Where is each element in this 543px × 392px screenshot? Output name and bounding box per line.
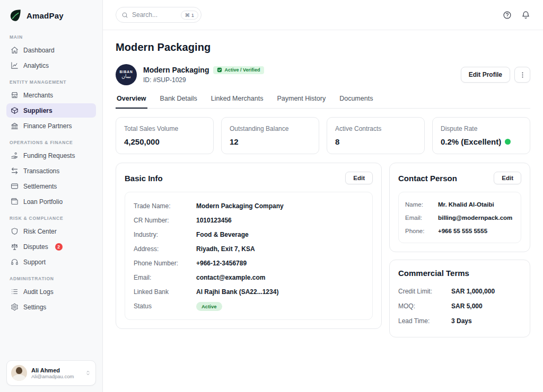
sidebar-item-risk-center[interactable]: Risk Center — [6, 224, 96, 238]
list-icon — [11, 288, 19, 296]
tab-documents[interactable]: Documents — [338, 91, 374, 109]
detail-grid: Basic Info Edit Trade Name: Modern Packa… — [116, 163, 530, 337]
tab-linked-merchants[interactable]: Linked Merchants — [210, 91, 265, 109]
sidebar-item-analytics[interactable]: Analytics — [6, 58, 96, 73]
sidebar-item-finance-partners[interactable]: Finance Partners — [6, 119, 96, 133]
headset-icon — [11, 258, 19, 266]
bank-icon — [11, 122, 19, 130]
entity-name: Modern Packaging — [143, 66, 209, 74]
user-avatar — [11, 365, 27, 381]
sidebar-item-audit-logs[interactable]: Audit Logs — [6, 284, 96, 299]
terms-row: Credit Limit: SAR 1,000,000 — [398, 284, 521, 299]
nav-section-label: OPERATIONS & FINANCE — [10, 140, 93, 145]
sidebar-item-disputes[interactable]: Disputes 2 — [6, 239, 96, 254]
user-meta: Ali Ahmed Ali@amadpau.com — [31, 367, 81, 379]
basic-info-edit-button[interactable]: Edit — [345, 172, 373, 184]
entity-actions: Edit Profile — [461, 67, 530, 83]
sidebar-item-dashboard[interactable]: Dashboard — [6, 43, 96, 57]
sidebar-item-funding-requests[interactable]: Funding Requests — [6, 148, 96, 163]
basic-info-row: Status Active — [134, 299, 364, 313]
app-root: AmadPay MAIN Dashboard Analytics ENTITY … — [0, 0, 543, 392]
help-icon — [503, 11, 512, 20]
main-area: Search... ⌘ 1 Modern Packaging BIBAN بيب… — [103, 0, 543, 392]
tab-overview[interactable]: Overview — [116, 91, 147, 109]
entity-header: BIBAN بيبان Modern Packaging Active / Ve… — [116, 64, 530, 85]
terms-row: Lead Time: 3 Days — [398, 314, 521, 328]
nav-section-label: ADMINISTRATION — [10, 276, 93, 281]
content: Modern Packaging BIBAN بيبان Modern Pack… — [103, 30, 543, 392]
terms-row: MOQ: SAR 5,000 — [398, 299, 521, 314]
tab-bank-details[interactable]: Bank Details — [159, 91, 198, 109]
contact-row: Name: Mr. Khalid Al-Otaibi — [405, 198, 514, 211]
commercial-terms-title: Commercial Terms — [398, 269, 521, 278]
info-value: 3 Days — [451, 317, 472, 325]
stat-card-active-contracts: Active Contracts 8 — [327, 117, 425, 154]
wallet-icon — [11, 198, 19, 206]
sidebar-item-label: Merchants — [23, 92, 53, 99]
stat-label: Total Sales Volume — [124, 125, 205, 132]
info-label: CR Number: — [134, 217, 196, 224]
user-card[interactable]: Ali Ahmed Ali@amadpau.com — [6, 360, 96, 386]
page-title: Modern Packaging — [116, 41, 530, 54]
tab-payment-history[interactable]: Payment History — [276, 91, 327, 109]
sidebar-item-settings[interactable]: Settings — [6, 300, 96, 314]
entity-id: ID: #SUP-1029 — [143, 76, 264, 84]
nav-section-administration: ADMINISTRATION Audit Logs Settings — [6, 276, 96, 314]
sidebar-item-transactions[interactable]: Transactions — [6, 164, 96, 178]
info-label: Phone Number: — [134, 260, 196, 267]
notifications-button[interactable] — [521, 11, 530, 20]
entity-title-block: Modern Packaging Active / Verified ID: #… — [143, 66, 264, 84]
basic-info-card: Basic Info Edit Trade Name: Modern Packa… — [116, 163, 382, 329]
basic-info-title: Basic Info — [125, 174, 163, 183]
sidebar-item-label: Support — [23, 259, 46, 266]
more-options-button[interactable] — [514, 67, 530, 83]
search-input[interactable]: Search... ⌘ 1 — [116, 7, 202, 23]
stats-row: Total Sales Volume 4,250,000 Outstanding… — [116, 117, 530, 154]
user-name: Ali Ahmed — [31, 367, 81, 373]
brand-name: AmadPay — [27, 11, 64, 20]
sidebar-item-label: Finance Partners — [23, 122, 72, 130]
sidebar-item-label: Loan Portfolio — [23, 198, 63, 206]
entity-logo-arabic-text: بيبان — [121, 74, 130, 79]
contact-row: Phone: +966 55 555 5555 — [405, 224, 514, 237]
entity-logo: BIBAN بيبان — [116, 64, 137, 85]
info-value: Food & Beverage — [196, 231, 249, 238]
info-label: Credit Limit: — [398, 288, 451, 295]
sidebar-item-support[interactable]: Support — [6, 255, 96, 269]
info-value: +966-12-3456789 — [196, 260, 247, 267]
sidebar-item-settlements[interactable]: Settlements — [6, 179, 96, 193]
sidebar-item-merchants[interactable]: Merchants — [6, 88, 96, 102]
sidebar-item-loan-portfolio[interactable]: Loan Portfolio — [6, 194, 96, 209]
sidebar-item-label: Transactions — [23, 167, 59, 175]
info-value: +966 55 555 5555 — [438, 228, 487, 234]
sidebar-item-suppliers[interactable]: Suppliers — [6, 103, 96, 118]
chevrons-up-down-icon — [85, 370, 91, 376]
basic-info-row: CR Number: 1010123456 — [134, 213, 364, 227]
basic-info-row: Phone Number: +966-12-3456789 — [134, 256, 364, 270]
basic-info-row: Trade Name: Modern Packaging Company — [134, 199, 364, 213]
disputes-count-badge: 2 — [55, 243, 63, 251]
info-label: Name: — [405, 201, 438, 208]
verified-check-icon — [217, 67, 222, 73]
help-button[interactable] — [503, 11, 512, 20]
contact-edit-button[interactable]: Edit — [494, 172, 521, 184]
stat-label: Outstanding Balance — [230, 125, 311, 132]
info-label: Address: — [134, 245, 196, 253]
sidebar-item-label: Dashboard — [23, 47, 55, 54]
hand-coins-icon — [11, 152, 19, 159]
stat-card-dispute-rate: Dispute Rate 0.2% (Excellent) — [432, 117, 530, 154]
info-value: 1010123456 — [196, 217, 232, 224]
kebab-icon — [519, 71, 527, 79]
commercial-terms-rows: Credit Limit: SAR 1,000,000 MOQ: SAR 5,0… — [398, 284, 521, 328]
nav-section-label: MAIN — [10, 34, 93, 40]
info-label: Linked Bank — [134, 288, 196, 296]
topbar-actions — [503, 11, 530, 20]
sidebar-nav: MAIN Dashboard Analytics ENTITY MANAGEME… — [6, 28, 96, 360]
info-value: SAR 1,000,000 — [451, 288, 495, 295]
edit-profile-button[interactable]: Edit Profile — [461, 67, 510, 83]
basic-info-rows: Trade Name: Modern Packaging Company CR … — [125, 192, 373, 320]
sidebar-item-label: Disputes — [23, 243, 48, 251]
info-label: Industry: — [134, 231, 196, 238]
gear-icon — [11, 303, 19, 311]
home-icon — [11, 46, 19, 54]
